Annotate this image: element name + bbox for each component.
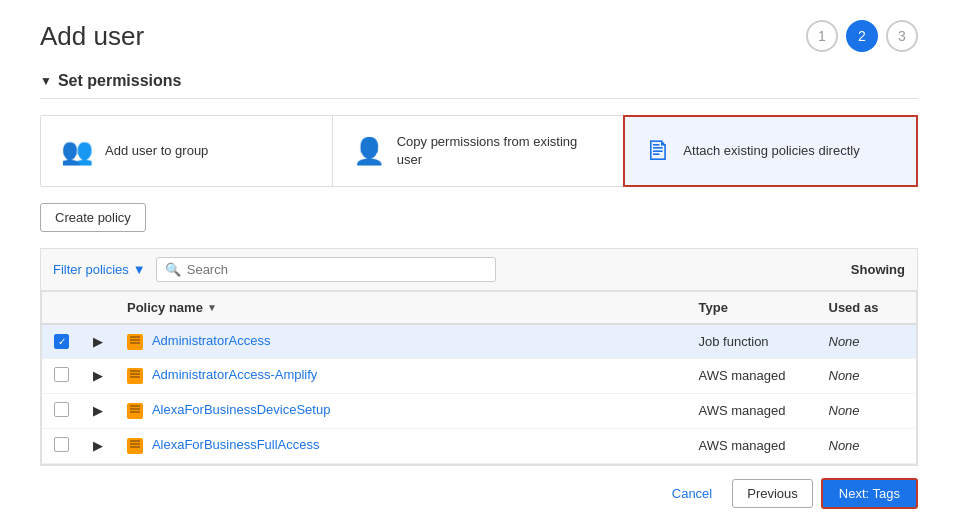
create-policy-button[interactable]: Create policy [40, 203, 146, 232]
policy-icon [127, 438, 143, 454]
option-copy-permissions[interactable]: 👤 Copy permissions from existing user [333, 116, 625, 186]
col-header-type: Type [687, 292, 817, 325]
policies-table: Policy name ▼ Type Used as ✓ ▶ [41, 291, 917, 464]
row-expand-cell[interactable]: ▶ [81, 358, 115, 393]
search-input[interactable] [187, 262, 487, 277]
option-attach-policies-label: Attach existing policies directly [683, 142, 859, 160]
row-checkbox-cell[interactable] [42, 358, 82, 393]
row-name-cell: AdministratorAccess-Amplify [115, 358, 687, 393]
row-checkbox[interactable] [54, 402, 69, 417]
row-expand-cell[interactable]: ▶ [81, 324, 115, 358]
col-header-used-as: Used as [817, 292, 917, 325]
row-type-cell: AWS managed [687, 393, 817, 428]
row-checkbox[interactable] [54, 437, 69, 452]
table-row[interactable]: ▶ AlexaForBusinessFullAccess AWS managed… [42, 428, 917, 463]
option-attach-policies[interactable]: 🖹 Attach existing policies directly [623, 115, 918, 187]
col-header-expand [81, 292, 115, 325]
row-expand-cell[interactable]: ▶ [81, 393, 115, 428]
policy-icon [127, 403, 143, 419]
table-row[interactable]: ▶ AlexaForBusinessDeviceSetup AWS manage… [42, 393, 917, 428]
row-checkbox[interactable] [54, 367, 69, 382]
permission-options: 👥 Add user to group 👤 Copy permissions f… [40, 115, 918, 187]
policies-table-container: Policy name ▼ Type Used as ✓ ▶ [40, 290, 918, 465]
cancel-button[interactable]: Cancel [660, 480, 724, 507]
option-add-to-group-label: Add user to group [105, 142, 208, 160]
row-used-as-cell: None [817, 324, 917, 358]
option-copy-permissions-label: Copy permissions from existing user [397, 133, 604, 169]
person-icon: 👤 [353, 136, 385, 167]
row-used-as-cell: None [817, 428, 917, 463]
row-checkbox-cell[interactable] [42, 428, 82, 463]
row-used-as-cell: None [817, 393, 917, 428]
next-button[interactable]: Next: Tags [821, 478, 918, 509]
footer-actions: Cancel Previous Next: Tags [660, 478, 918, 509]
filter-policies-label: Filter policies [53, 262, 129, 277]
policy-link[interactable]: AlexaForBusinessFullAccess [152, 437, 320, 452]
col-header-checkbox [42, 292, 82, 325]
policy-icon [127, 334, 143, 350]
option-add-to-group[interactable]: 👥 Add user to group [41, 116, 333, 186]
row-name-cell: AlexaForBusinessFullAccess [115, 428, 687, 463]
row-expand-cell[interactable]: ▶ [81, 428, 115, 463]
policy-link[interactable]: AlexaForBusinessDeviceSetup [152, 402, 330, 417]
section-title: Set permissions [58, 72, 182, 90]
policy-link[interactable]: AdministratorAccess [152, 333, 270, 348]
document-icon: 🖹 [645, 136, 671, 167]
step-1: 1 [806, 20, 838, 52]
row-type-cell: Job function [687, 324, 817, 358]
row-name-cell: AdministratorAccess [115, 324, 687, 358]
search-box: 🔍 [156, 257, 496, 282]
section-arrow: ▼ [40, 74, 52, 88]
people-icon: 👥 [61, 136, 93, 167]
chevron-down-icon: ▼ [133, 262, 146, 277]
step-2: 2 [846, 20, 878, 52]
step-indicators: 1 2 3 [806, 20, 918, 52]
row-used-as-cell: None [817, 358, 917, 393]
filter-bar: Filter policies ▼ 🔍 Showing [40, 248, 918, 290]
search-icon: 🔍 [165, 262, 181, 277]
col-header-name[interactable]: Policy name ▼ [115, 292, 687, 325]
row-checkbox-cell[interactable]: ✓ [42, 324, 82, 358]
policy-link[interactable]: AdministratorAccess-Amplify [152, 367, 317, 382]
section-header: ▼ Set permissions [40, 72, 918, 99]
row-type-cell: AWS managed [687, 428, 817, 463]
showing-label: Showing [851, 262, 905, 277]
row-checkbox[interactable]: ✓ [54, 334, 69, 349]
footer-bar: Cancel Previous Next: Tags [40, 465, 918, 509]
page-title: Add user [40, 21, 144, 52]
sort-arrow-name: ▼ [207, 302, 217, 313]
table-row[interactable]: ✓ ▶ AdministratorAccess Job function Non… [42, 324, 917, 358]
row-name-cell: AlexaForBusinessDeviceSetup [115, 393, 687, 428]
table-row[interactable]: ▶ AdministratorAccess-Amplify AWS manage… [42, 358, 917, 393]
step-3: 3 [886, 20, 918, 52]
policy-icon [127, 368, 143, 384]
row-type-cell: AWS managed [687, 358, 817, 393]
previous-button[interactable]: Previous [732, 479, 813, 508]
filter-policies-button[interactable]: Filter policies ▼ [53, 262, 146, 277]
row-checkbox-cell[interactable] [42, 393, 82, 428]
